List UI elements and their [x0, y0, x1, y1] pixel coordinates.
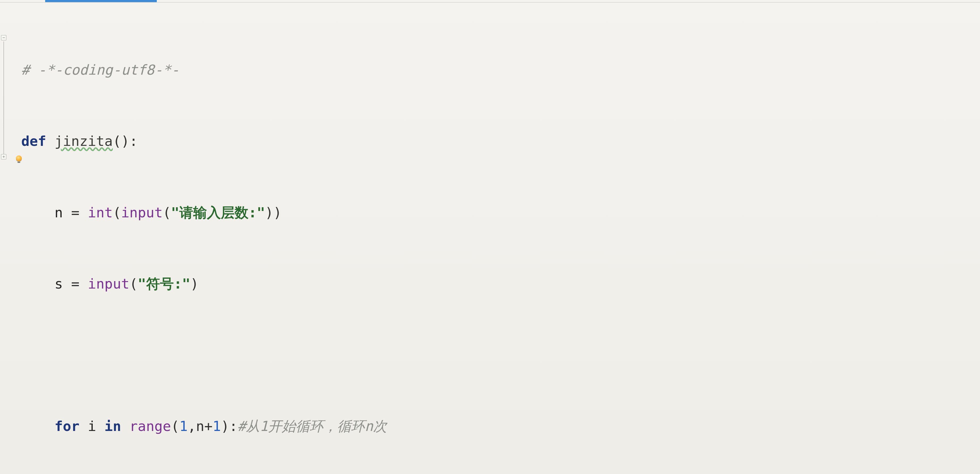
string-literal: "符号:" [138, 276, 190, 292]
editor-gutter[interactable]: − + [0, 11, 8, 474]
punct: ) [190, 276, 199, 292]
builtin-input: input [88, 276, 129, 292]
punct: (): [113, 133, 138, 149]
space [121, 418, 129, 434]
code-area[interactable]: # -*-coding-utf8-*- def jinzita(): n = i… [21, 11, 969, 474]
punct: ( [162, 205, 171, 221]
op-eq: = [63, 276, 88, 292]
code-line-4[interactable]: s = input("符号:") [21, 272, 969, 296]
code-line-6[interactable]: for i in range(1,n+1):#从1开始循环，循环n次 [21, 415, 969, 438]
string-literal: "请输入层数:" [171, 205, 265, 221]
keyword-def: def [21, 133, 46, 149]
builtin-int: int [88, 205, 113, 221]
comment-text: # -*-coding-utf8-*- [21, 62, 179, 78]
keyword-in: in [105, 418, 121, 434]
builtin-input: input [121, 205, 163, 221]
lightbulb-icon[interactable] [16, 156, 22, 161]
op-eq: = [63, 205, 88, 221]
punct: ( [129, 276, 138, 292]
fold-expand-icon[interactable]: + [1, 154, 6, 159]
punct: ( [171, 418, 179, 434]
punct: ( [113, 205, 121, 221]
code-editor-pane[interactable]: − + # -*-coding-utf8-*- def jinzita(): n… [0, 0, 980, 474]
code-line-5-blank[interactable] [21, 343, 969, 367]
identifier-n: n [54, 205, 63, 221]
fold-collapse-icon[interactable]: − [1, 35, 6, 40]
editor-top-border [0, 2, 980, 3]
keyword-for: for [54, 418, 80, 434]
identifier-s: s [54, 276, 63, 292]
code-line-3[interactable]: n = int(input("请输入层数:")) [21, 201, 969, 224]
number-literal: 1 [179, 418, 188, 434]
builtin-range: range [129, 418, 171, 434]
code-line-2[interactable]: def jinzita(): [21, 129, 969, 153]
code-line-1[interactable]: # -*-coding-utf8-*- [21, 58, 969, 82]
function-name: jinzita [54, 133, 113, 149]
inline-comment: #从1开始循环，循环n次 [237, 418, 387, 434]
punct: )) [265, 205, 282, 221]
punct: ): [221, 418, 237, 434]
active-tab-indicator [45, 0, 157, 2]
fold-guide-line [3, 41, 4, 156]
identifier-i: i [80, 418, 105, 434]
number-literal: 1 [213, 418, 221, 434]
punct: ,n+ [188, 418, 213, 434]
